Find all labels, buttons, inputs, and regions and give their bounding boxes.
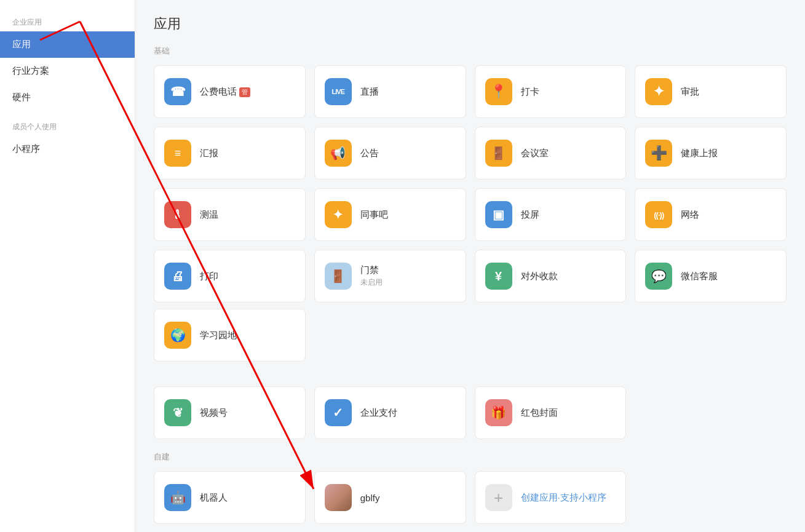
app-icon-approval: ✦	[645, 78, 672, 105]
app-icon-video-channel: ❦	[164, 399, 191, 426]
app-card-enterprise-pay[interactable]: ✓ 企业支付	[314, 386, 466, 439]
sidebar-item-industry-label: 行业方案	[12, 65, 49, 77]
app-info-screen: 投屏	[521, 209, 539, 221]
sidebar-item-miniprogram[interactable]: 小程序	[0, 136, 135, 162]
app-info-colleague: 同事吧	[360, 209, 388, 221]
app-name-robot: 机器人	[200, 492, 228, 504]
app-name-colleague: 同事吧	[360, 209, 388, 221]
sidebar-item-apps-label: 应用	[12, 39, 31, 50]
app-info-create: 创建应用·支持小程序	[521, 492, 606, 504]
app-info-study: 学习园地	[200, 330, 237, 341]
app-icon-checkin: 📍	[485, 78, 512, 105]
app-info-live: 直播	[360, 86, 379, 98]
app-info-meeting: 会议室	[521, 148, 549, 159]
app-info-print: 打印	[200, 271, 218, 282]
badge-phone: 管	[239, 87, 250, 97]
app-name-red-envelope: 红包封面	[521, 407, 558, 419]
app-name-enterprise-pay: 企业支付	[360, 407, 397, 419]
section-spacer-1	[154, 374, 787, 386]
app-icon-notice: 📢	[325, 140, 352, 167]
apps-grid-study: 🌍 学习园地	[154, 309, 787, 362]
app-info-enterprise-pay: 企业支付	[360, 407, 397, 419]
app-icon-payment: ¥	[485, 263, 512, 290]
app-info-payment: 对外收款	[521, 271, 558, 282]
apps-grid-media: ❦ 视频号 ✓ 企业支付 🎁 红包封面	[154, 386, 787, 439]
app-icon-live: LIVE	[325, 78, 352, 105]
app-card-checkin[interactable]: 📍 打卡	[475, 65, 627, 118]
sidebar-category-personal: 成员个人使用 小程序	[0, 111, 135, 162]
app-card-notice[interactable]: 📢 公告	[314, 127, 466, 180]
app-card-approval[interactable]: ✦ 审批	[635, 65, 787, 118]
app-name-video-channel: 视频号	[200, 407, 228, 419]
app-card-create[interactable]: + 创建应用·支持小程序	[475, 471, 627, 524]
app-card-health[interactable]: ➕ 健康上报	[635, 127, 787, 180]
app-name-approval: 审批	[681, 86, 699, 98]
app-icon-red-envelope: 🎁	[485, 399, 512, 426]
app-icon-meeting: 🚪	[485, 140, 512, 167]
app-icon-network: ((·))	[645, 201, 672, 228]
app-name-temp: 测温	[200, 209, 218, 221]
app-icon-wechat-cs: 💬	[645, 263, 672, 290]
app-card-network[interactable]: ((·)) 网络	[635, 188, 787, 241]
app-name-checkin: 打卡	[521, 86, 539, 98]
sidebar-item-industry[interactable]: 行业方案	[0, 58, 135, 84]
app-info-gblfy: gblfy	[360, 493, 380, 503]
app-name-gblfy: gblfy	[360, 493, 380, 503]
sidebar-category-label-personal: 成员个人使用	[0, 111, 135, 136]
app-name-screen: 投屏	[521, 209, 539, 221]
app-card-wechat-cs[interactable]: 💬 微信客服	[635, 250, 787, 303]
app-info-wechat-cs: 微信客服	[681, 271, 718, 282]
app-card-red-envelope[interactable]: 🎁 红包封面	[475, 386, 627, 439]
app-name-health: 健康上报	[681, 148, 718, 159]
section-label-custom: 自建	[154, 451, 787, 463]
app-name-live: 直播	[360, 86, 379, 98]
app-info-notice: 公告	[360, 148, 379, 159]
sidebar-item-hardware[interactable]: 硬件	[0, 84, 135, 111]
sidebar-category-label-enterprise: 企业应用	[0, 6, 135, 31]
app-name-network: 网络	[681, 209, 699, 221]
app-icon-health: ➕	[645, 140, 672, 167]
app-card-door[interactable]: 🚪 门禁 未启用	[314, 250, 466, 303]
app-card-phone[interactable]: ☎ 公费电话管	[154, 65, 306, 118]
app-card-live[interactable]: LIVE 直播	[314, 65, 466, 118]
app-card-screen[interactable]: ▣ 投屏	[475, 188, 627, 241]
app-info-approval: 审批	[681, 86, 699, 98]
app-info-door: 门禁 未启用	[360, 264, 383, 288]
app-card-gblfy[interactable]: gblfy	[314, 471, 466, 524]
page-title: 应用	[154, 15, 787, 33]
app-icon-create: +	[485, 484, 512, 511]
app-icon-colleague: ✦	[325, 201, 352, 228]
app-info-checkin: 打卡	[521, 86, 539, 98]
apps-grid-basic: ☎ 公费电话管 LIVE 直播 📍 打卡 ✦ 审批	[154, 65, 787, 303]
app-card-video-channel[interactable]: ❦ 视频号	[154, 386, 306, 439]
app-name-payment: 对外收款	[521, 271, 558, 282]
app-name-print: 打印	[200, 271, 218, 282]
app-icon-enterprise-pay: ✓	[325, 399, 352, 426]
app-card-payment[interactable]: ¥ 对外收款	[475, 250, 627, 303]
sidebar: 企业应用 应用 行业方案 硬件 成员个人使用 小程序	[0, 0, 135, 532]
app-icon-study: 🌍	[164, 322, 191, 349]
app-card-print[interactable]: 🖨 打印	[154, 250, 306, 303]
app-icon-report: ≡	[164, 140, 191, 167]
app-card-temp[interactable]: 🌡 测温	[154, 188, 306, 241]
app-card-report[interactable]: ≡ 汇报	[154, 127, 306, 180]
app-card-study[interactable]: 🌍 学习园地	[154, 309, 306, 362]
sidebar-item-miniprogram-label: 小程序	[12, 143, 40, 155]
app-card-meeting[interactable]: 🚪 会议室	[475, 127, 627, 180]
app-icon-phone: ☎	[164, 78, 191, 105]
app-info-red-envelope: 红包封面	[521, 407, 558, 419]
app-info-report: 汇报	[200, 148, 218, 159]
sidebar-item-hardware-label: 硬件	[12, 92, 31, 103]
app-info-robot: 机器人	[200, 492, 228, 504]
main-content: 应用 基础 ☎ 公费电话管 LIVE 直播 📍 打卡 ✦	[135, 0, 805, 532]
app-card-colleague[interactable]: ✦ 同事吧	[314, 188, 466, 241]
app-name-create: 创建应用·支持小程序	[521, 492, 606, 504]
section-label-basic: 基础	[154, 46, 787, 57]
app-card-robot[interactable]: 🤖 机器人	[154, 471, 306, 524]
app-info-network: 网络	[681, 209, 699, 221]
apps-grid-custom: 🤖 机器人 gblfy + 创建应用·支持小程序	[154, 471, 787, 524]
app-name-study: 学习园地	[200, 330, 237, 341]
sidebar-item-apps[interactable]: 应用	[0, 31, 135, 58]
app-name-meeting: 会议室	[521, 148, 549, 159]
app-info-health: 健康上报	[681, 148, 718, 159]
